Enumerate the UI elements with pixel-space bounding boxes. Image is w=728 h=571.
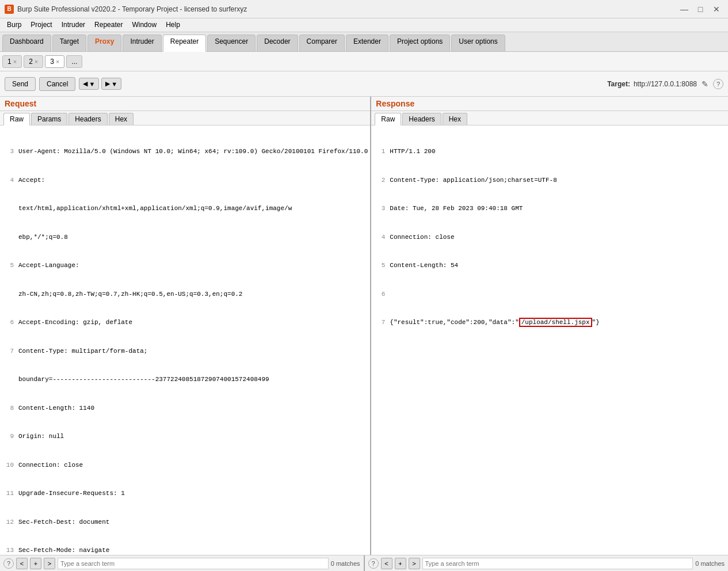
main-tab-sequencer[interactable]: Sequencer	[207, 35, 256, 51]
response-search-next[interactable]: +	[395, 558, 406, 569]
minimize-button[interactable]: —	[677, 3, 691, 15]
response-content: 1HTTP/1.1 200 2Content-Type: application…	[371, 125, 728, 555]
window-controls: — □ ✕	[677, 3, 723, 15]
request-search-prev[interactable]: <	[16, 558, 28, 569]
request-tab-params[interactable]: Params	[31, 113, 67, 125]
menu-item-burp[interactable]: Burp	[2, 20, 26, 31]
menu-item-help[interactable]: Help	[161, 20, 185, 31]
response-search-fwd[interactable]: >	[409, 558, 420, 569]
response-pane: Response Raw Headers Hex 1HTTP/1.1 200 2…	[371, 97, 728, 555]
sub-tab-more[interactable]: ...	[66, 55, 82, 68]
request-tabs: Raw Params Headers Hex	[0, 111, 370, 125]
target-value: http://127.0.0.1:8088	[634, 80, 697, 88]
request-tab-raw[interactable]: Raw	[3, 113, 30, 125]
main-tab-comparer[interactable]: Comparer	[299, 35, 345, 51]
prev-icon: ◀	[83, 80, 87, 87]
request-tab-headers[interactable]: Headers	[68, 113, 107, 125]
response-tab-raw[interactable]: Raw	[375, 113, 401, 125]
request-search-fwd[interactable]: >	[44, 558, 55, 569]
request-content: 3User-Agent: Mozilla/5.0 (Windows NT 10.…	[0, 125, 370, 555]
main-tab-target[interactable]: Target	[52, 35, 86, 51]
menu-item-repeater[interactable]: Repeater	[90, 20, 127, 31]
target-label: Target:	[607, 80, 630, 88]
sub-tab-close[interactable]: ×	[13, 58, 17, 65]
sub-tab-bar: 1 ×2 ×3 ×...	[0, 52, 728, 71]
search-bar: ? < + > 0 matches ? < + > 0 matches	[0, 555, 728, 571]
main-tab-proxy[interactable]: Proxy	[87, 35, 121, 51]
sub-tab-close[interactable]: ×	[35, 58, 38, 65]
response-tab-hex[interactable]: Hex	[443, 113, 467, 125]
menu-item-intruder[interactable]: Intruder	[57, 20, 90, 31]
sub-tab-3[interactable]: 3 ×	[45, 55, 64, 68]
sub-tab-1[interactable]: 1 ×	[2, 55, 22, 68]
main-tab-intruder[interactable]: Intruder	[123, 35, 161, 51]
edit-target-button[interactable]: ✎	[700, 78, 710, 90]
menu-bar: BurpProjectIntruderRepeaterWindowHelp	[0, 18, 728, 32]
cancel-button[interactable]: Cancel	[39, 77, 75, 91]
toolbar-help-button[interactable]: ?	[713, 79, 723, 89]
maximize-button[interactable]: □	[693, 3, 707, 15]
request-pane: Request Raw Params Headers Hex 3User-Age…	[0, 97, 371, 555]
next-icon: ▶	[105, 80, 110, 87]
response-search-prev[interactable]: <	[381, 558, 392, 569]
response-search-matches: 0 matches	[695, 560, 725, 567]
prev-drop-icon: ▼	[89, 81, 95, 87]
content-area: Request Raw Params Headers Hex 3User-Age…	[0, 97, 728, 555]
next-drop-icon: ▼	[111, 81, 117, 87]
main-tab-dashboard[interactable]: Dashboard	[2, 35, 51, 51]
request-tab-hex[interactable]: Hex	[109, 113, 134, 125]
main-tab-extender[interactable]: Extender	[346, 35, 388, 51]
menu-item-window[interactable]: Window	[127, 20, 161, 31]
close-button[interactable]: ✕	[710, 3, 723, 15]
sub-tab-2[interactable]: 2 ×	[24, 55, 43, 68]
response-pane-header: Response	[371, 97, 728, 111]
main-tab-bar: DashboardTargetProxyIntruderRepeaterSequ…	[0, 32, 728, 52]
main-tab-repeater[interactable]: Repeater	[163, 35, 206, 52]
request-code-area[interactable]: 3User-Agent: Mozilla/5.0 (Windows NT 10.…	[0, 125, 370, 555]
request-search-next[interactable]: +	[30, 558, 41, 569]
title-bar: B Burp Suite Professional v2020.2 - Temp…	[0, 0, 728, 18]
response-tab-headers[interactable]: Headers	[402, 113, 441, 125]
main-tab-project-options[interactable]: Project options	[390, 35, 450, 51]
menu-item-project[interactable]: Project	[26, 20, 56, 31]
response-search-pane: ? < + > 0 matches	[365, 555, 729, 571]
prev-button[interactable]: ◀ ▼	[79, 78, 99, 90]
main-tab-user-options[interactable]: User options	[451, 35, 505, 51]
response-tabs: Raw Headers Hex	[371, 111, 728, 125]
toolbar: Send Cancel ◀ ▼ ▶ ▼ Target: http://127.0…	[0, 71, 728, 97]
response-code-area[interactable]: 1HTTP/1.1 200 2Content-Type: application…	[371, 125, 728, 555]
next-button[interactable]: ▶ ▼	[101, 78, 121, 90]
response-search-help[interactable]: ?	[368, 558, 379, 569]
request-search-help[interactable]: ?	[3, 558, 14, 569]
send-button[interactable]: Send	[5, 77, 36, 91]
app-icon: B	[5, 5, 14, 14]
request-search-pane: ? < + > 0 matches	[0, 555, 365, 571]
response-search-input[interactable]	[422, 558, 693, 569]
window-title: Burp Suite Professional v2020.2 - Tempor…	[17, 5, 247, 13]
sub-tab-close[interactable]: ×	[56, 58, 59, 65]
request-search-matches: 0 matches	[331, 560, 360, 567]
target-info: Target: http://127.0.0.1:8088 ✎ ?	[607, 78, 723, 90]
main-tab-decoder[interactable]: Decoder	[257, 35, 298, 51]
request-search-input[interactable]	[58, 558, 329, 569]
request-pane-header: Request	[0, 97, 370, 111]
